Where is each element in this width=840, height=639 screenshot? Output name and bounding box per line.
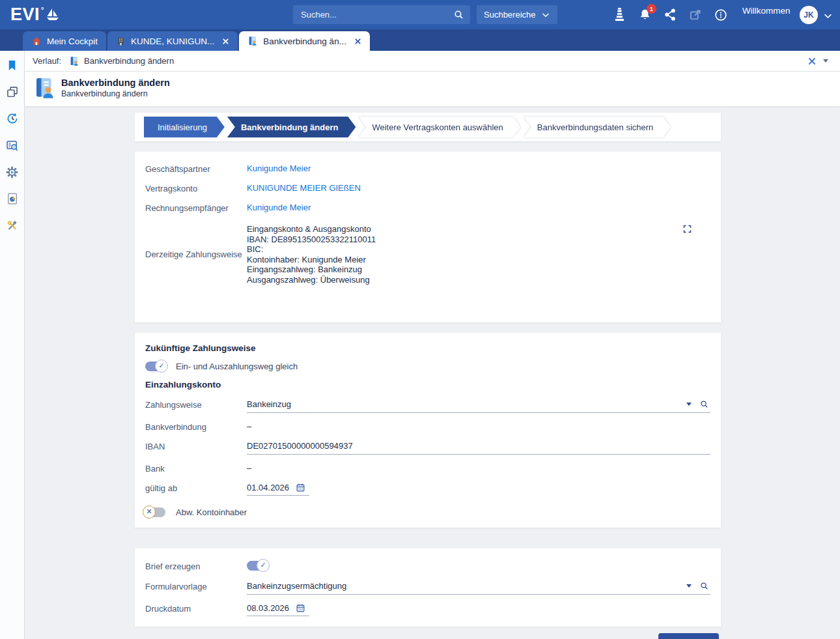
main-area: Initialisierung Bankverbindung ändern We… <box>25 106 840 639</box>
notifications-bell-icon[interactable]: 1 <box>636 7 653 23</box>
search-input[interactable] <box>293 10 453 20</box>
field-label: Geschäftspartner <box>145 162 247 175</box>
payment-line: Ausgangszahlweg: Überweisung <box>247 275 710 285</box>
close-tab-icon[interactable] <box>354 38 361 45</box>
einzahlungskonto-heading: Einzahlungskonto <box>145 380 710 390</box>
step-bankverbindungsdaten-sichern[interactable]: Bankverbindungsdaten sichern <box>524 117 671 137</box>
payment-line: Kontoinhaber: Kunigunde Meier <box>247 255 710 265</box>
field-label: IBAN <box>145 440 247 452</box>
close-tab-icon[interactable] <box>222 38 229 45</box>
sailboat-icon <box>45 6 61 23</box>
fortfahren-button[interactable]: Fortfahren <box>658 633 719 639</box>
tab-bankverbindung[interactable]: Bankverbindung än... <box>239 31 370 51</box>
share-icon[interactable] <box>662 7 679 23</box>
field-derzeitige-zahlungsweise: Derzeitige Zahlungsweise Eingangskonto &… <box>145 223 710 285</box>
current-payment-details: Eingangskonto & Ausgangskonto IBAN: DE89… <box>247 223 710 285</box>
druckdatum-date-input[interactable]: 08.03.2026 <box>247 603 289 613</box>
home-icon <box>31 36 42 46</box>
process-document-icon <box>247 36 258 46</box>
top-bar: EVI° Suchbereiche 1 Willkommen J <box>0 0 840 29</box>
report-document-icon[interactable] <box>4 191 21 206</box>
field-gueltig-ab: gültig ab 01.04.2026 <box>145 481 710 496</box>
tab-bar: Mein Cockpit KUNDE, KUNIGUN... Bankverbi… <box>0 29 840 51</box>
history-menu-caret-icon[interactable] <box>823 59 828 63</box>
tools-icon[interactable] <box>4 218 21 233</box>
rechnungsempfaenger-link[interactable]: Kunigunde Meier <box>247 203 311 212</box>
notification-badge: 1 <box>647 4 656 14</box>
page-header: Bankverbindung ändern Bankverbindung änd… <box>25 72 840 106</box>
zahlungsweise-input[interactable]: Bankeinzug <box>247 399 679 409</box>
search-scope-dropdown[interactable]: Suchbereiche <box>477 5 557 24</box>
tab-mein-cockpit[interactable]: Mein Cockpit <box>23 31 106 51</box>
field-bank: Bank – <box>145 462 710 474</box>
field-formularvorlage: Formularvorlage Bankeinzugsermächtigung <box>145 580 710 595</box>
future-payment-panel: Zukünftige Zahlungsweise ✓ Ein- und Ausz… <box>135 333 721 528</box>
payment-line: Eingangskonto & Ausgangskonto <box>247 224 710 234</box>
field-iban: IBAN DE02701500000000594937 <box>145 440 710 455</box>
value-help-search-icon[interactable] <box>699 399 709 409</box>
close-view-icon[interactable] <box>807 57 817 66</box>
field-label: Formularvorlage <box>145 580 247 592</box>
wizard-footer: Fortfahren <box>135 633 721 639</box>
vertragskonto-link[interactable]: KUNIGUNDE MEIER GIEßEN <box>247 183 361 193</box>
logo-mark: ° <box>41 7 44 14</box>
lighthouse-icon[interactable] <box>611 7 628 23</box>
field-label: Brief erzeugen <box>145 560 247 572</box>
process-runner-icon[interactable] <box>4 164 21 180</box>
step-initialisierung[interactable]: Initialisierung <box>144 117 225 137</box>
field-label: gültig ab <box>145 481 247 494</box>
field-label: Zahlungsweise <box>145 398 247 410</box>
dropdown-caret-icon[interactable] <box>686 403 692 406</box>
calendar-icon[interactable] <box>296 483 305 492</box>
iban-input[interactable]: DE02701500000000594937 <box>247 441 709 451</box>
more-info-icon[interactable] <box>712 7 729 23</box>
field-zahlungsweise: Zahlungsweise Bankeinzug <box>145 398 710 413</box>
payment-line: BIC: <box>247 244 710 255</box>
same-route-toggle[interactable]: ✓ <box>145 362 165 371</box>
history-icon[interactable] <box>4 111 21 126</box>
step-bankverbindung-aendern[interactable]: Bankverbindung ändern <box>227 117 356 137</box>
field-vertragskonto: Vertragskonto KUNIGUNDE MEIER GIEßEN <box>145 182 710 194</box>
value-help-search-icon[interactable] <box>699 581 709 591</box>
gueltig-ab-date-input[interactable]: 01.04.2026 <box>247 483 289 492</box>
field-label: Vertragskonto <box>145 182 247 194</box>
history-item[interactable]: Bankverbindung ändern <box>84 56 174 66</box>
user-menu-chevron-icon[interactable] <box>823 11 833 21</box>
payment-line: IBAN: DE89513500253322110011 <box>247 234 710 245</box>
bookmark-icon[interactable] <box>4 57 21 73</box>
search-icon[interactable] <box>453 9 464 20</box>
tab-label: Mein Cockpit <box>47 36 98 46</box>
toggle-label: Ein- und Auszahlungsweg gleich <box>176 362 298 371</box>
tab-label: KUNDE, KUNIGUN... <box>131 36 214 46</box>
search-records-icon[interactable] <box>4 137 21 153</box>
open-external-icon[interactable] <box>687 7 704 23</box>
toggle-label: Abw. Kontoinhaber <box>176 507 247 517</box>
payment-line: Eingangszahlweg: Bankeinzug <box>247 264 710 275</box>
wizard-steps: Initialisierung Bankverbindung ändern We… <box>135 113 721 141</box>
tab-kunde[interactable]: KUNDE, KUNIGUN... <box>107 31 238 51</box>
history-label: Verlauf: <box>33 56 61 66</box>
deviating-holder-toggle[interactable]: ✕ <box>145 507 165 517</box>
global-search <box>293 5 470 24</box>
field-bankverbindung: Bankverbindung – <box>145 420 710 433</box>
process-document-icon <box>69 56 79 66</box>
field-label: Derzeitige Zahlungsweise <box>145 248 247 260</box>
future-payment-heading: Zukünftige Zahlungsweise <box>145 343 710 353</box>
tab-label: Bankverbindung än... <box>263 36 346 46</box>
evi-logo: EVI° <box>10 6 61 23</box>
formularvorlage-input[interactable]: Bankeinzugsermächtigung <box>247 581 679 591</box>
field-label: Bank <box>145 462 247 474</box>
window-stack-icon[interactable] <box>4 84 21 100</box>
user-avatar[interactable]: JK <box>800 6 818 24</box>
field-label: Bankverbindung <box>145 420 247 433</box>
geschaeftspartner-link[interactable]: Kunigunde Meier <box>247 163 311 173</box>
left-toolbar <box>0 51 25 639</box>
dropdown-caret-icon[interactable] <box>686 584 692 588</box>
summary-panel: Geschäftspartner Kunigunde Meier Vertrag… <box>135 152 721 322</box>
step-weitere-vertragskonten[interactable]: Weitere Vertragskonten auswählen <box>358 117 520 137</box>
create-letter-toggle[interactable]: ✓ <box>247 561 267 571</box>
expand-fullscreen-icon[interactable] <box>682 224 692 234</box>
same-route-toggle-row: ✓ Ein- und Auszahlungsweg gleich <box>145 362 710 371</box>
calendar-icon[interactable] <box>296 603 305 613</box>
field-label: Druckdatum <box>145 602 247 614</box>
